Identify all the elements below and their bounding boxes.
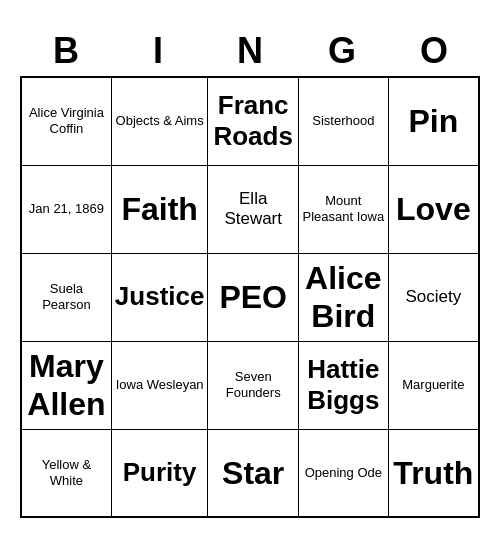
cell-text: Love	[392, 190, 475, 228]
table-cell: Yellow & White	[21, 429, 111, 517]
table-cell: Pin	[388, 77, 479, 165]
cell-text: Mount Pleasant Iowa	[302, 193, 385, 224]
cell-text: Alice Bird	[302, 259, 385, 336]
table-cell: Justice	[111, 253, 208, 341]
table-cell: Alice Bird	[298, 253, 388, 341]
cell-text: Truth	[392, 454, 475, 492]
cell-text: Hattie Biggs	[302, 354, 385, 416]
cell-text: Sisterhood	[302, 113, 385, 129]
cell-text: Objects & Aims	[115, 113, 205, 129]
cell-text: Seven Founders	[211, 369, 295, 400]
cell-text: Jan 21, 1869	[25, 201, 108, 217]
cell-text: Iowa Wesleyan	[115, 377, 205, 393]
cell-text: PEO	[211, 278, 295, 316]
table-cell: PEO	[208, 253, 299, 341]
header-letter: G	[296, 26, 388, 76]
cell-text: Alice Virginia Coffin	[25, 105, 108, 136]
cell-text: Yellow & White	[25, 457, 108, 488]
cell-text: Ella Stewart	[211, 189, 295, 230]
table-cell: Opening Ode	[298, 429, 388, 517]
table-cell: Ella Stewart	[208, 165, 299, 253]
table-cell: Suela Pearson	[21, 253, 111, 341]
cell-text: Franc Roads	[211, 90, 295, 152]
bingo-grid: Alice Virginia CoffinObjects & AimsFranc…	[20, 76, 480, 518]
table-cell: Objects & Aims	[111, 77, 208, 165]
table-cell: Mount Pleasant Iowa	[298, 165, 388, 253]
table-cell: Franc Roads	[208, 77, 299, 165]
table-row: Jan 21, 1869FaithElla StewartMount Pleas…	[21, 165, 479, 253]
table-cell: Truth	[388, 429, 479, 517]
header-letter: O	[388, 26, 480, 76]
table-cell: Mary Allen	[21, 341, 111, 429]
table-row: Suela PearsonJusticePEOAlice BirdSociety	[21, 253, 479, 341]
header-letter: N	[204, 26, 296, 76]
cell-text: Opening Ode	[302, 465, 385, 481]
cell-text: Justice	[115, 281, 205, 312]
cell-text: Suela Pearson	[25, 281, 108, 312]
table-cell: Love	[388, 165, 479, 253]
table-cell: Star	[208, 429, 299, 517]
table-cell: Faith	[111, 165, 208, 253]
bingo-card: BINGO Alice Virginia CoffinObjects & Aim…	[20, 26, 480, 518]
cell-text: Mary Allen	[25, 347, 108, 424]
table-cell: Sisterhood	[298, 77, 388, 165]
table-cell: Purity	[111, 429, 208, 517]
bingo-header: BINGO	[20, 26, 480, 76]
table-cell: Marguerite	[388, 341, 479, 429]
header-letter: B	[20, 26, 112, 76]
cell-text: Star	[211, 454, 295, 492]
cell-text: Society	[392, 287, 475, 307]
table-row: Yellow & WhitePurityStarOpening OdeTruth	[21, 429, 479, 517]
table-cell: Society	[388, 253, 479, 341]
cell-text: Purity	[115, 457, 205, 488]
table-cell: Jan 21, 1869	[21, 165, 111, 253]
table-cell: Seven Founders	[208, 341, 299, 429]
cell-text: Faith	[115, 190, 205, 228]
table-cell: Hattie Biggs	[298, 341, 388, 429]
cell-text: Marguerite	[392, 377, 475, 393]
table-cell: Iowa Wesleyan	[111, 341, 208, 429]
header-letter: I	[112, 26, 204, 76]
table-row: Mary AllenIowa WesleyanSeven FoundersHat…	[21, 341, 479, 429]
table-row: Alice Virginia CoffinObjects & AimsFranc…	[21, 77, 479, 165]
table-cell: Alice Virginia Coffin	[21, 77, 111, 165]
cell-text: Pin	[392, 102, 475, 140]
